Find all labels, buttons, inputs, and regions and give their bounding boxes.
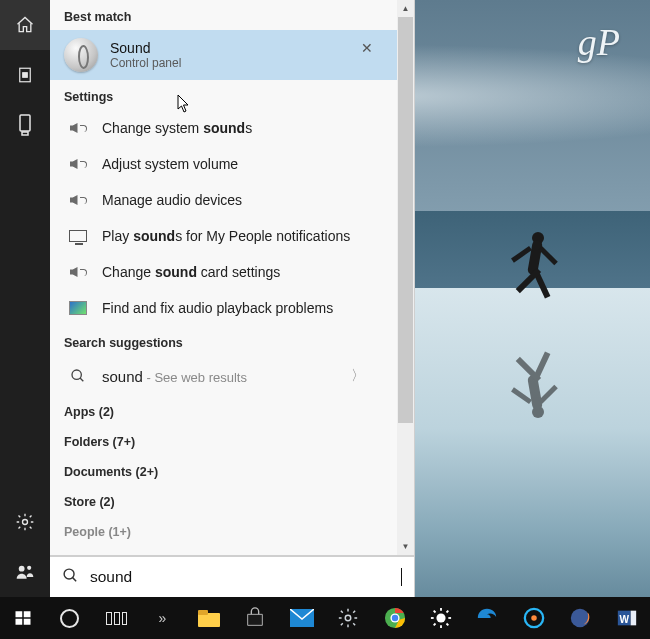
- speaker-icon: [68, 154, 88, 174]
- svg-rect-15: [198, 613, 220, 627]
- svg-line-27: [434, 611, 436, 613]
- gear-icon: [337, 607, 359, 629]
- svg-point-18: [345, 615, 351, 621]
- taskbar-app-weather[interactable]: [418, 597, 464, 639]
- music-icon: [523, 607, 545, 629]
- start-button[interactable]: [0, 597, 46, 639]
- speaker-icon: [68, 118, 88, 138]
- taskbar-app-edge[interactable]: [464, 597, 510, 639]
- taskbar-app-mail[interactable]: [279, 597, 325, 639]
- svg-point-5: [19, 566, 25, 572]
- svg-line-8: [80, 378, 83, 381]
- store-icon: [244, 607, 266, 629]
- svg-point-32: [531, 615, 537, 621]
- gear-icon: [15, 512, 35, 532]
- header-suggestions: Search suggestions: [50, 326, 397, 356]
- home-icon: [15, 15, 35, 35]
- taskbar-app-settings[interactable]: [325, 597, 371, 639]
- svg-rect-2: [20, 115, 30, 131]
- document-icon: [16, 66, 34, 84]
- monitor-icon: [68, 226, 88, 246]
- speaker-icon: [68, 262, 88, 282]
- header-settings: Settings: [50, 80, 397, 110]
- chrome-icon: [384, 607, 406, 629]
- speaker-icon: [64, 38, 98, 72]
- people-icon: [15, 562, 35, 582]
- cortana-icon: [60, 609, 79, 628]
- search-panel: Best match Sound Control panel ✕ Setting…: [50, 0, 415, 597]
- search-results: Best match Sound Control panel ✕ Setting…: [50, 0, 414, 555]
- svg-line-10: [73, 578, 77, 582]
- svg-point-4: [23, 520, 28, 525]
- settings-result[interactable]: Find and fix audio playback problems: [50, 290, 397, 326]
- category-people[interactable]: People (1+): [50, 516, 397, 546]
- results-scrollbar[interactable]: ▲ ▼: [397, 0, 414, 555]
- svg-rect-13: [16, 619, 23, 625]
- header-best-match: Best match: [50, 0, 397, 30]
- svg-line-29: [434, 624, 436, 626]
- svg-point-7: [72, 370, 81, 379]
- svg-line-28: [447, 624, 449, 626]
- svg-point-9: [64, 569, 74, 579]
- svg-rect-12: [24, 611, 31, 617]
- svg-point-6: [27, 566, 31, 570]
- taskview-button[interactable]: [93, 597, 139, 639]
- taskbar-overflow[interactable]: »: [139, 597, 185, 639]
- scroll-down-icon[interactable]: ▼: [397, 538, 414, 555]
- scrollbar-thumb[interactable]: [398, 17, 413, 423]
- speaker-icon: [68, 190, 88, 210]
- category-store[interactable]: Store (2): [50, 486, 397, 516]
- best-match-result[interactable]: Sound Control panel ✕: [50, 30, 397, 80]
- search-input[interactable]: [90, 568, 392, 586]
- close-icon[interactable]: ✕: [361, 40, 373, 56]
- taskbar-app-word[interactable]: W: [603, 597, 649, 639]
- best-match-title: Sound: [110, 40, 181, 56]
- settings-result[interactable]: Adjust system volume: [50, 146, 397, 182]
- svg-text:W: W: [619, 614, 629, 625]
- firefox-icon: [569, 607, 591, 629]
- taskbar: » W: [0, 597, 650, 639]
- rail-feedback[interactable]: [0, 547, 50, 597]
- svg-rect-16: [198, 610, 208, 615]
- start-menu-rail: [0, 0, 50, 597]
- settings-result[interactable]: Play sounds for My People notifications: [50, 218, 397, 254]
- settings-result[interactable]: Change system sounds: [50, 110, 397, 146]
- rail-recent[interactable]: [0, 50, 50, 100]
- settings-result[interactable]: Change sound card settings: [50, 254, 397, 290]
- search-icon: [68, 366, 88, 386]
- search-icon: [62, 567, 80, 587]
- runner-silhouette: [510, 230, 570, 320]
- file-explorer-icon: [197, 608, 221, 628]
- taskbar-app-store[interactable]: [232, 597, 278, 639]
- rail-settings[interactable]: [0, 497, 50, 547]
- taskview-icon: [106, 612, 127, 625]
- computer-icon: [17, 114, 33, 136]
- text-caret: [401, 568, 402, 586]
- word-icon: W: [616, 607, 638, 629]
- rail-this-pc[interactable]: [0, 100, 50, 150]
- scroll-up-icon[interactable]: ▲: [397, 0, 414, 17]
- web-suggestion[interactable]: sound - See web results 〉: [50, 356, 397, 396]
- best-match-subtitle: Control panel: [110, 56, 181, 70]
- svg-rect-36: [630, 611, 636, 626]
- mail-icon: [290, 609, 314, 627]
- svg-point-22: [436, 613, 445, 622]
- search-box[interactable]: [50, 555, 414, 597]
- svg-line-30: [447, 611, 449, 613]
- category-documents[interactable]: Documents (2+): [50, 456, 397, 486]
- category-folders[interactable]: Folders (7+): [50, 426, 397, 456]
- taskbar-app-firefox[interactable]: [557, 597, 603, 639]
- rail-home[interactable]: [0, 0, 50, 50]
- watermark-logo: gP: [578, 20, 620, 64]
- sun-icon: [430, 607, 452, 629]
- chevron-right-icon: 〉: [351, 367, 365, 385]
- taskbar-app-groove[interactable]: [511, 597, 557, 639]
- cortana-button[interactable]: [46, 597, 92, 639]
- taskbar-app-explorer[interactable]: [186, 597, 232, 639]
- category-apps[interactable]: Apps (2): [50, 396, 397, 426]
- settings-result[interactable]: Manage audio devices: [50, 182, 397, 218]
- taskbar-app-chrome[interactable]: [371, 597, 417, 639]
- svg-point-33: [571, 609, 589, 627]
- svg-rect-14: [24, 619, 31, 625]
- troubleshoot-icon: [68, 298, 88, 318]
